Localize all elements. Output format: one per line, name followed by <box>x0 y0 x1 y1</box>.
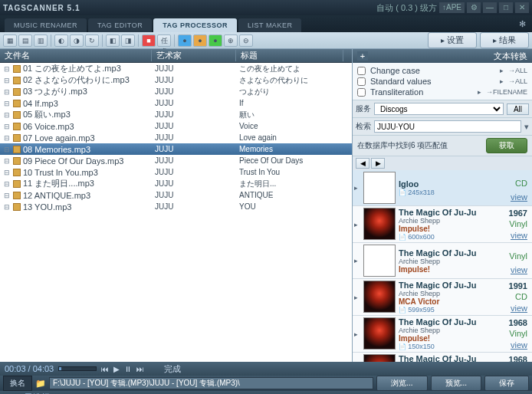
expand-icon[interactable]: + <box>357 51 368 61</box>
toolbar-btn[interactable]: ⊕ <box>224 34 238 47</box>
tab-list-maker[interactable]: LIST MAKER <box>238 18 301 32</box>
toolbar-btn[interactable]: ↻ <box>85 34 99 47</box>
view-link[interactable]: view <box>503 231 527 240</box>
expand-icon[interactable]: ▸ <box>354 221 360 228</box>
result-item[interactable]: ▸The Magic Of Ju-JuArchie SheppImpulse!2… <box>353 353 532 362</box>
view-link[interactable]: view <box>503 265 527 274</box>
all-button[interactable]: All <box>507 103 529 115</box>
option-checkbox[interactable] <box>357 88 366 97</box>
maximize-button[interactable]: □ <box>499 2 513 13</box>
view-link[interactable]: view <box>503 192 527 202</box>
view-link[interactable]: view <box>503 340 527 350</box>
file-row[interactable]: ⊟09 Piece Of Our Days.mp3JUJUPiece Of Ou… <box>0 155 352 166</box>
service-select[interactable]: Discogs <box>374 103 504 115</box>
toolbar-btn[interactable]: ■ <box>142 34 156 47</box>
expand-icon[interactable]: ▸ <box>354 257 360 264</box>
prev-button[interactable]: ⏮ <box>101 365 109 373</box>
chevron-right-icon[interactable]: ▸ <box>500 67 504 74</box>
option-checkbox[interactable] <box>357 77 366 86</box>
preview-button[interactable]: 预览... <box>431 376 481 391</box>
get-button[interactable]: 获取 <box>486 138 527 153</box>
tab-tag-editor[interactable]: TAG EDITOR <box>88 18 152 32</box>
file-row[interactable]: ⊟10 Trust In You.mp3JUJUTrust In You <box>0 166 352 178</box>
play-button[interactable]: ▶ <box>113 365 120 373</box>
tree-collapse-icon[interactable]: ⊟ <box>3 111 11 119</box>
toolbar-btn[interactable]: ◧ <box>106 34 120 47</box>
next-button[interactable]: ⏭ <box>136 365 144 373</box>
tree-collapse-icon[interactable]: ⊟ <box>3 146 11 153</box>
gear-icon[interactable]: ✻ <box>513 16 532 32</box>
format-selector[interactable]: ↑APE <box>439 2 465 13</box>
progress-bar[interactable] <box>58 366 97 371</box>
expand-icon[interactable]: ▸ <box>354 294 360 301</box>
result-item[interactable]: ▸Igloo245x318CDview <box>353 170 532 206</box>
toolbar-btn[interactable]: 任务 <box>157 34 171 47</box>
result-item[interactable]: ▸The Magic Of Ju-JuArchie SheppImpulse!6… <box>353 206 532 243</box>
tree-collapse-icon[interactable]: ⊟ <box>3 88 11 96</box>
toolbar-btn[interactable]: ▤ <box>18 34 32 47</box>
file-icon <box>13 77 21 84</box>
chevron-right-icon[interactable]: ▸ <box>500 77 504 85</box>
tree-collapse-icon[interactable]: ⊟ <box>3 192 11 199</box>
expand-icon[interactable]: ▸ <box>354 330 360 338</box>
result-item[interactable]: ▸The Magic Of Ju-JuArchie SheppImpulse!V… <box>353 243 532 279</box>
titlebar-info: ( 0.3 ) <box>396 3 418 12</box>
toolbar-btn[interactable]: ● <box>193 34 207 47</box>
result-item[interactable]: ▸The Magic Of Ju-JuArchie SheppImpulse!1… <box>353 316 532 353</box>
tab-tag-processor[interactable]: TAG PROCESSOR <box>153 18 237 32</box>
toolbar-btn[interactable]: ⊖ <box>239 34 253 47</box>
file-row[interactable]: ⊟06 Voice.mp3JUJUVoice <box>0 120 352 132</box>
file-row[interactable]: ⊟11 また明日....mp3JUJUまた明日... <box>0 178 352 189</box>
minimize-button[interactable]: — <box>483 2 497 13</box>
tree-collapse-icon[interactable]: ⊟ <box>3 180 11 188</box>
expand-icon[interactable]: ▸ <box>354 184 360 192</box>
file-row[interactable]: ⊟13 YOU.mp3JUJUYOU <box>0 201 352 212</box>
column-artist[interactable]: 艺术家 <box>152 50 236 61</box>
tree-collapse-icon[interactable]: ⊟ <box>3 77 11 84</box>
tree-collapse-icon[interactable]: ⊟ <box>3 169 11 176</box>
toolbar-btn[interactable]: ▦ <box>3 34 17 47</box>
toolbar-btn[interactable]: ◑ <box>70 34 84 47</box>
save-button[interactable]: 保存 <box>484 376 529 391</box>
search-input[interactable] <box>374 120 521 133</box>
nav-prev-button[interactable]: ◀ <box>356 158 369 169</box>
dropdown-icon[interactable]: ▾ <box>524 122 529 132</box>
toolbar-btn[interactable]: ◐ <box>54 34 68 47</box>
result-item[interactable]: ▸The Magic Of Ju-JuArchie SheppMCA Victo… <box>353 279 532 316</box>
mode-settings-button[interactable]: ▸ 设置 <box>428 32 477 48</box>
close-button[interactable]: ✕ <box>515 2 529 13</box>
column-title[interactable]: 标题 <box>236 50 343 61</box>
file-row[interactable]: ⊟05 願い.mp3JUJU願い <box>0 109 352 120</box>
mode-results-button[interactable]: ▸ 结果 <box>480 32 529 48</box>
settings-icon[interactable]: ⚙ <box>467 2 481 13</box>
file-artist: JUJU <box>152 133 236 142</box>
toolbar-btn[interactable]: ▥ <box>34 34 48 47</box>
tree-collapse-icon[interactable]: ⊟ <box>3 100 11 107</box>
toolbar-btn[interactable]: ● <box>209 34 222 47</box>
file-row[interactable]: ⊟03 つよがり.mp3JUJUつよがり <box>0 86 352 97</box>
view-link[interactable]: view <box>503 304 527 313</box>
file-row[interactable]: ⊟12 ANTIQUE.mp3JUJUANTIQUE <box>0 189 352 201</box>
path-input[interactable] <box>49 377 373 389</box>
tree-collapse-icon[interactable]: ⊟ <box>3 123 11 130</box>
option-checkbox[interactable] <box>357 67 366 75</box>
tree-collapse-icon[interactable]: ⊟ <box>3 134 11 142</box>
folder-icon[interactable]: 📁 <box>35 379 46 389</box>
result-format: CD <box>503 292 527 301</box>
browse-button[interactable]: 浏览... <box>376 376 427 391</box>
nav-next-button[interactable]: ▶ <box>371 158 385 169</box>
tab-music-renamer[interactable]: MUSIC RENAMER <box>5 18 87 32</box>
file-row[interactable]: ⊟04 If.mp3JUJUIf <box>0 97 352 109</box>
file-row[interactable]: ⊟01 この夜を止めてよ.mp3JUJUこの夜を止めてよ <box>0 63 352 74</box>
chevron-right-icon[interactable]: ▸ <box>478 88 481 96</box>
tree-collapse-icon[interactable]: ⊟ <box>3 157 11 165</box>
toolbar-btn[interactable]: ◨ <box>121 34 135 47</box>
toolbar-btn[interactable]: ● <box>178 34 192 47</box>
file-row[interactable]: ⊟07 Love again.mp3JUJULove again <box>0 132 352 143</box>
file-row[interactable]: ⊟02 さよならの代わりに.mp3JUJUさよならの代わりに <box>0 74 352 86</box>
tree-collapse-icon[interactable]: ⊟ <box>3 203 11 211</box>
pause-button[interactable]: ⏸ <box>124 365 132 373</box>
file-row[interactable]: ⊟08 Memories.mp3JUJUMemories <box>0 143 352 155</box>
column-filename[interactable]: 文件名 <box>0 50 152 61</box>
tree-collapse-icon[interactable]: ⊟ <box>3 65 11 73</box>
